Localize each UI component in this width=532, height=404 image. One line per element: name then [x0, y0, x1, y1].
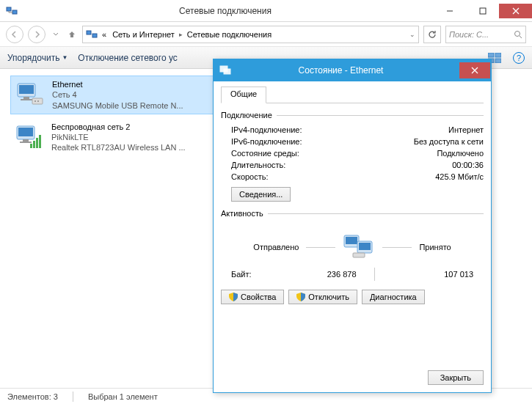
forward-button[interactable]: [28, 26, 45, 43]
folder-icon: [86, 29, 98, 40]
svg-rect-11: [495, 59, 501, 63]
ipv6-label: IPv6-подключение:: [231, 137, 414, 146]
back-button[interactable]: [6, 26, 23, 43]
svg-rect-1: [12, 10, 17, 14]
sent-label: Отправлено: [253, 243, 299, 251]
search-input[interactable]: Поиск: С...: [445, 26, 526, 43]
svg-rect-25: [36, 138, 38, 148]
chevron-down-icon: ▼: [62, 54, 68, 61]
svg-rect-30: [346, 237, 357, 244]
svg-rect-32: [359, 243, 371, 250]
svg-point-17: [34, 100, 36, 102]
wifi-icon: [13, 122, 44, 153]
path-segment[interactable]: Сетевые подключения: [186, 30, 273, 39]
media-value: Подключено: [437, 149, 484, 158]
bytes-recv-value: 107 013: [393, 270, 474, 279]
duration-label: Длительность:: [231, 161, 452, 169]
svg-rect-15: [21, 99, 32, 100]
close-dialog-button[interactable]: Закрыть: [428, 370, 484, 385]
svg-rect-33: [353, 253, 365, 257]
connection-item-wifi[interactable]: Беспроводная сеть 2 PikNikLTE Realtek RT…: [10, 119, 216, 156]
details-button[interactable]: Сведения...: [231, 187, 291, 202]
minimize-button[interactable]: [433, 4, 466, 18]
svg-rect-23: [30, 144, 32, 148]
activity-icon: [343, 234, 375, 260]
dialog-close-button[interactable]: [459, 62, 490, 78]
ipv4-value: Интернет: [448, 125, 484, 134]
svg-rect-8: [488, 53, 494, 57]
tab-general[interactable]: Общие: [221, 87, 266, 103]
svg-rect-0: [7, 7, 11, 11]
svg-rect-21: [23, 139, 29, 142]
history-dropdown[interactable]: [50, 26, 62, 43]
svg-rect-20: [18, 128, 33, 136]
svg-rect-26: [39, 135, 41, 148]
ipv4-label: IPv4-подключение:: [231, 125, 448, 134]
svg-rect-4: [87, 31, 91, 34]
bytes-label: Байт:: [231, 270, 275, 279]
path-segment[interactable]: Сеть и Интернет: [111, 30, 176, 39]
svg-rect-24: [33, 141, 35, 148]
refresh-button[interactable]: [423, 26, 441, 43]
svg-line-7: [520, 36, 522, 38]
svg-rect-14: [23, 97, 29, 99]
svg-rect-22: [20, 142, 32, 143]
properties-button[interactable]: Свойства: [221, 290, 284, 304]
window-icon: [6, 5, 18, 17]
close-button[interactable]: [499, 4, 532, 18]
dialog-title: Состояние - Ethernet: [237, 65, 459, 76]
connection-network: Сеть 4: [52, 89, 183, 100]
item-count: Элементов: 3: [7, 392, 58, 401]
selection-count: Выбран 1 элемент: [88, 392, 158, 401]
dialog-icon: [219, 65, 231, 76]
connection-name: Беспроводная сеть 2: [51, 122, 186, 132]
svg-rect-3: [480, 8, 486, 14]
connection-device: SAMSUNG Mobile USB Remote N...: [52, 100, 183, 111]
svg-rect-28: [224, 69, 230, 74]
up-button[interactable]: [66, 26, 78, 43]
duration-value: 00:00:36: [452, 161, 484, 169]
shield-icon: [229, 293, 238, 301]
navigation-bar: « Сеть и Интернет ▸ Сетевые подключения …: [0, 22, 532, 47]
ethernet-icon: [14, 79, 45, 110]
speed-value: 425.9 Мбит/с: [435, 172, 484, 181]
disable-device-button[interactable]: Отключение сетевого ус: [78, 53, 177, 63]
bytes-sent-value: 236 878: [275, 270, 357, 279]
svg-point-6: [515, 31, 520, 36]
search-icon: [514, 30, 522, 39]
speed-label: Скорость:: [231, 172, 435, 181]
window-title: Сетевые подключения: [18, 6, 433, 16]
chevron-right-icon: ▸: [179, 31, 183, 38]
svg-rect-5: [92, 34, 97, 37]
dialog-tabs: Общие: [221, 86, 484, 103]
path-prefix: «: [101, 30, 108, 39]
window-titlebar: Сетевые подключения: [0, 0, 532, 22]
connection-item-ethernet[interactable]: Ethernet Сеть 4 SAMSUNG Mobile USB Remot…: [10, 76, 216, 114]
dialog-titlebar[interactable]: Состояние - Ethernet: [214, 59, 491, 81]
status-dialog: Состояние - Ethernet Общие Подключение I…: [213, 59, 492, 393]
window-controls: [433, 4, 532, 18]
search-placeholder: Поиск: С...: [449, 30, 489, 39]
ipv6-value: Без доступа к сети: [414, 137, 484, 146]
diagnose-button[interactable]: Диагностика: [362, 290, 425, 304]
group-activity: Активность: [221, 209, 484, 218]
address-bar[interactable]: « Сеть и Интернет ▸ Сетевые подключения …: [82, 26, 419, 43]
received-label: Принято: [419, 243, 451, 251]
svg-point-18: [37, 100, 39, 102]
connection-name: Ethernet: [52, 79, 183, 89]
help-button[interactable]: ?: [513, 52, 525, 64]
maximize-button[interactable]: [466, 4, 499, 18]
media-label: Состояние среды:: [231, 149, 437, 158]
shield-icon: [296, 293, 305, 301]
svg-rect-9: [495, 53, 501, 57]
connection-network: PikNikLTE: [51, 132, 186, 142]
disable-button[interactable]: Отключить: [288, 290, 357, 304]
chevron-down-icon[interactable]: ⌄: [409, 31, 415, 38]
organize-menu[interactable]: Упорядочить ▼: [7, 53, 68, 63]
connection-device: Realtek RTL8723AU Wireless LAN ...: [51, 142, 186, 153]
group-connection: Подключение: [221, 111, 484, 120]
svg-rect-13: [19, 85, 34, 94]
